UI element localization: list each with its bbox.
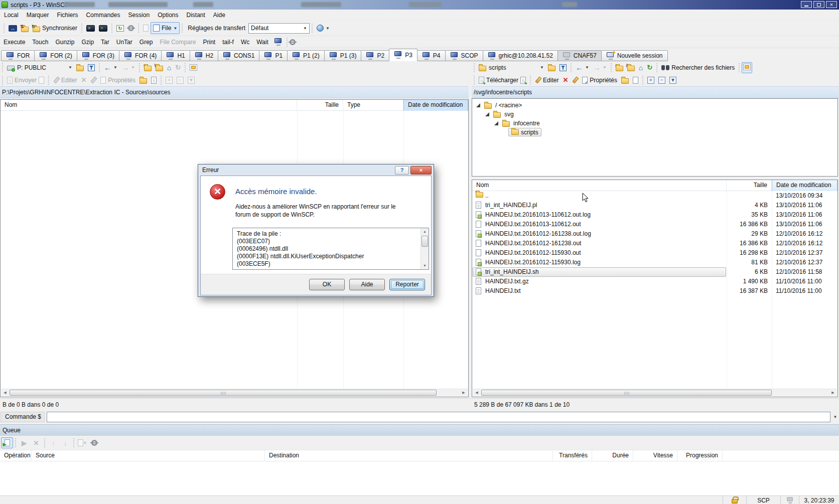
tab-for-4[interactable]: FOR (4) — [119, 50, 162, 61]
tree-item-infocentre[interactable]: infocentre — [472, 119, 837, 128]
scroll-left-arrow-icon[interactable]: ◀ — [473, 389, 481, 396]
right-back-button[interactable]: ←▼ — [574, 62, 591, 74]
transfer-mode-button[interactable]: ↔ — [7, 22, 19, 34]
command-touch[interactable]: Touch — [29, 36, 52, 48]
tab-scop[interactable]: SCOP — [445, 50, 483, 61]
right-select-button[interactable]: + — [645, 74, 656, 86]
ok-button[interactable]: OK — [309, 279, 345, 290]
right-refresh-button[interactable]: ↻ — [645, 62, 654, 74]
menu-distant[interactable]: Distant — [182, 10, 209, 21]
left-path-bar[interactable]: P:\Projets\GRH\INFOCENTRE\Extraction IC … — [0, 86, 469, 98]
command-wait[interactable]: Wait — [253, 36, 272, 48]
help-button[interactable]: Aide — [349, 279, 385, 290]
right-root-directory-button[interactable]: / — [625, 62, 637, 74]
right-directory-combobox[interactable]: scripts ▼ — [477, 62, 546, 73]
tab-p3-active[interactable]: P3 — [389, 49, 417, 61]
command-tar[interactable]: Tar — [97, 36, 113, 48]
left-tree-toggle-button[interactable] — [188, 62, 199, 74]
scroll-up-arrow-icon[interactable]: ▲ — [421, 228, 429, 235]
minimize-button[interactable] — [801, 1, 812, 8]
file-row-parent[interactable]: ↑ .. 13/10/2016 09:34 — [472, 191, 837, 201]
menu-aide[interactable]: Aide — [209, 10, 229, 21]
left-drive-combobox[interactable]: P: PUBLIC ▼ — [5, 62, 74, 73]
right-header-date[interactable]: Date de modification — [772, 180, 837, 191]
queue-header-transferred[interactable]: Transférés — [553, 450, 592, 461]
command-gunzip[interactable]: Gunzip — [52, 36, 78, 48]
right-header-taille[interactable]: Taille — [727, 180, 772, 191]
tab-p2[interactable]: P2 — [361, 50, 389, 61]
tab-p1-2[interactable]: P1 (2) — [287, 50, 325, 61]
command-execute[interactable]: Execute — [0, 36, 29, 48]
scroll-right-arrow-icon[interactable]: ▶ — [460, 389, 468, 396]
queue-header-duration[interactable]: Durée — [592, 450, 633, 461]
scroll-left-arrow-icon[interactable]: ◀ — [1, 389, 9, 396]
left-header-date[interactable]: Date de modification — [403, 100, 468, 111]
dialog-help-icon[interactable]: ? — [395, 166, 409, 175]
queue-header-progress[interactable]: Progression — [677, 450, 723, 461]
close-button[interactable]: × — [826, 1, 837, 8]
command-print[interactable]: Print — [200, 36, 219, 48]
left-header-taille[interactable]: Taille — [297, 100, 343, 111]
right-horizontal-scrollbar[interactable]: ◀ ▶ — [473, 389, 837, 396]
file-row-selected[interactable]: tri_int_HAINDEIJ.sh 6 KB 12/10/2016 11:5… — [472, 267, 837, 277]
open-console-button[interactable]: > — [84, 22, 97, 34]
file-row[interactable]: HAINDEIJ.txt 16 387 KB 11/10/2016 11:00 — [472, 286, 837, 296]
scrollbar-thumb[interactable] — [10, 390, 437, 396]
queue-header-source[interactable]: Source — [32, 450, 265, 461]
tab-h1[interactable]: H1 — [161, 50, 190, 61]
scroll-right-arrow-icon[interactable]: ▶ — [829, 389, 837, 396]
menu-fichiers[interactable]: Fichiers — [53, 10, 82, 21]
menu-local[interactable]: Local — [0, 10, 23, 21]
expanded-triangle-icon[interactable] — [485, 112, 489, 116]
left-back-button[interactable]: ←▼ — [102, 62, 119, 74]
tab-p4[interactable]: P4 — [417, 50, 446, 61]
menu-options[interactable]: Options — [154, 10, 182, 21]
tree-item-scripts-selected[interactable]: scripts — [472, 128, 837, 137]
dialog-close-icon[interactable]: × — [410, 166, 432, 175]
right-tree-toggle-button[interactable] — [742, 62, 752, 73]
left-parent-directory-button[interactable]: ↑ — [142, 62, 154, 74]
download-button[interactable]: ↘ Télécharger ↘ — [477, 74, 528, 86]
right-open-directory-button[interactable] — [546, 62, 557, 74]
left-filter-button[interactable] — [86, 62, 97, 74]
right-invert-selection-button[interactable]: ▼ — [667, 74, 678, 86]
left-new-file-button[interactable] — [149, 74, 159, 86]
tab-p1-3[interactable]: P1 (3) — [324, 50, 362, 61]
right-delete-button[interactable]: ✕ — [561, 74, 570, 86]
custom-command-monitor-icon[interactable] — [274, 38, 283, 46]
right-header-nom[interactable]: Nom — [472, 180, 727, 191]
left-home-button[interactable]: ⌂ — [165, 62, 173, 74]
transfer-preset-combobox[interactable]: Défaut ▼ — [248, 23, 310, 34]
queue-preferences-button[interactable] — [88, 437, 100, 448]
file-row[interactable]: HAINDEIJ.txt.20161013-110612.out.log 35 … — [472, 210, 837, 220]
left-header-type[interactable]: Type — [343, 100, 403, 111]
refresh-session-button[interactable]: ↻ — [114, 22, 126, 34]
command-gzip[interactable]: Gzip — [78, 36, 97, 48]
menu-commandes[interactable]: Commandes — [82, 10, 124, 21]
left-horizontal-scrollbar[interactable]: ◀ ▶ — [1, 389, 468, 396]
right-edit-button[interactable]: Editer — [533, 74, 561, 86]
file-panel-toggle[interactable]: File ▼ — [151, 22, 180, 34]
command-grep[interactable]: Grep — [136, 36, 157, 48]
right-filter-button[interactable] — [557, 62, 569, 74]
right-parent-directory-button[interactable]: ↑ — [614, 62, 625, 74]
expanded-triangle-icon[interactable] — [494, 121, 498, 125]
file-row[interactable]: HAINDEIJ.txt.20161012-115930.log 81 KB 1… — [472, 258, 837, 267]
queue-header-operation[interactable]: Opération — [0, 450, 32, 461]
preferences-button[interactable] — [126, 22, 136, 34]
menu-marquer[interactable]: Marquer — [23, 10, 53, 21]
tab-cons1[interactable]: CONS1 — [218, 50, 259, 61]
left-root-directory-button[interactable]: \ — [154, 62, 165, 74]
left-new-folder-button[interactable] — [137, 74, 149, 86]
file-row[interactable]: tri_int_HAINDEIJ.pl 4 KB 13/10/2016 11:0… — [472, 201, 837, 210]
tree-item-root[interactable]: / <racine> — [472, 101, 837, 110]
right-properties-button[interactable]: ✓ Propriétés — [580, 74, 619, 86]
chevron-down-icon[interactable]: ▼ — [831, 415, 839, 419]
expanded-triangle-icon[interactable] — [476, 103, 480, 107]
queue-show-toggle[interactable]: ▶ — [1, 437, 13, 448]
tab-for[interactable]: FOR — [1, 50, 35, 61]
command-untar[interactable]: UnTar — [113, 36, 136, 48]
right-new-file-button[interactable] — [631, 74, 640, 86]
file-row[interactable]: HAINDEIJ.txt.gz 1 490 KB 11/10/2016 11:0… — [472, 277, 837, 286]
console-commands-button[interactable]: > — [97, 22, 109, 34]
